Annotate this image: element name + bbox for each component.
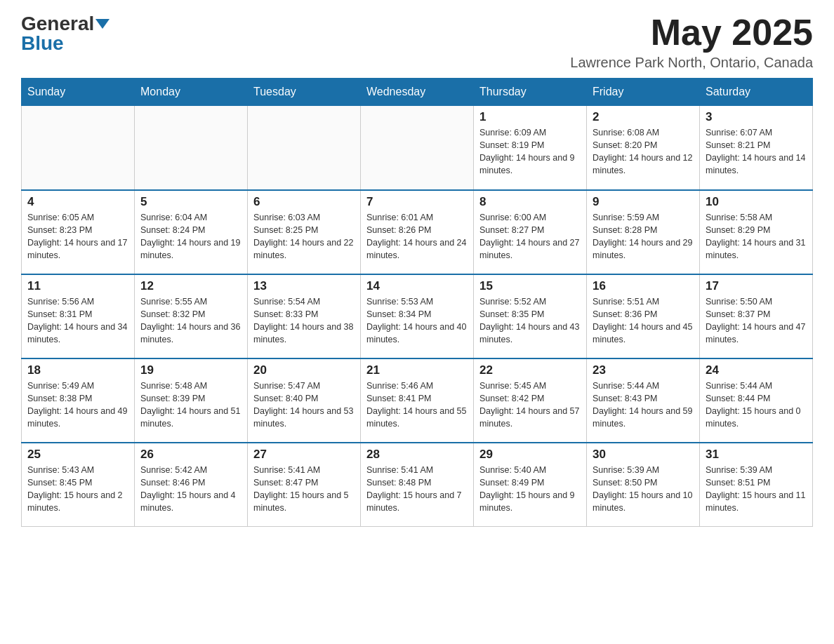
day-number: 11: [27, 279, 128, 293]
logo-general-text: General: [21, 14, 94, 34]
calendar-cell: 15Sunrise: 5:52 AMSunset: 8:35 PMDayligh…: [474, 274, 587, 358]
day-info: Sunrise: 5:47 AMSunset: 8:40 PMDaylight:…: [253, 380, 355, 431]
day-info: Sunrise: 6:08 AMSunset: 8:20 PMDaylight:…: [593, 126, 694, 177]
day-number: 8: [479, 195, 581, 209]
day-number: 6: [253, 195, 355, 209]
day-number: 22: [479, 363, 581, 377]
day-info: Sunrise: 5:53 AMSunset: 8:34 PMDaylight:…: [366, 295, 468, 347]
calendar-cell: 6Sunrise: 6:03 AMSunset: 8:25 PMDaylight…: [248, 190, 361, 274]
calendar-cell: 16Sunrise: 5:51 AMSunset: 8:36 PMDayligh…: [587, 274, 700, 358]
day-number: 25: [27, 448, 128, 462]
calendar-cell: 1Sunrise: 6:09 AMSunset: 8:19 PMDaylight…: [474, 106, 587, 190]
calendar-cell: 2Sunrise: 6:08 AMSunset: 8:20 PMDaylight…: [587, 106, 700, 190]
day-number: 14: [366, 279, 468, 293]
calendar-week-row-3: 11Sunrise: 5:56 AMSunset: 8:31 PMDayligh…: [22, 274, 813, 358]
day-info: Sunrise: 5:50 AMSunset: 8:37 PMDaylight:…: [706, 295, 807, 347]
day-info: Sunrise: 5:49 AMSunset: 8:38 PMDaylight:…: [27, 380, 128, 431]
day-info: Sunrise: 6:01 AMSunset: 8:26 PMDaylight:…: [366, 211, 468, 262]
day-info: Sunrise: 5:43 AMSunset: 8:45 PMDaylight:…: [27, 464, 128, 515]
calendar-cell: [248, 106, 361, 190]
day-number: 30: [593, 448, 694, 462]
day-info: Sunrise: 5:59 AMSunset: 8:28 PMDaylight:…: [593, 211, 694, 262]
logo: General Blue: [21, 14, 110, 53]
day-info: Sunrise: 5:56 AMSunset: 8:31 PMDaylight:…: [27, 295, 128, 347]
page-header: General Blue May 2025 Lawrence Park Nort…: [21, 14, 813, 71]
calendar-cell: [22, 106, 135, 190]
day-info: Sunrise: 5:41 AMSunset: 8:47 PMDaylight:…: [253, 464, 355, 515]
calendar-cell: 23Sunrise: 5:44 AMSunset: 8:43 PMDayligh…: [587, 358, 700, 443]
day-info: Sunrise: 5:40 AMSunset: 8:49 PMDaylight:…: [479, 464, 581, 515]
calendar-cell: 14Sunrise: 5:53 AMSunset: 8:34 PMDayligh…: [361, 274, 474, 358]
calendar-cell: [135, 106, 248, 190]
day-info: Sunrise: 5:42 AMSunset: 8:46 PMDaylight:…: [140, 464, 241, 515]
logo-blue-text: Blue: [21, 34, 64, 53]
day-info: Sunrise: 5:51 AMSunset: 8:36 PMDaylight:…: [593, 295, 694, 347]
day-number: 2: [593, 110, 694, 124]
day-number: 12: [140, 279, 241, 293]
day-number: 29: [479, 448, 581, 462]
calendar-cell: 3Sunrise: 6:07 AMSunset: 8:21 PMDaylight…: [700, 106, 813, 190]
day-number: 10: [706, 195, 807, 209]
day-info: Sunrise: 5:58 AMSunset: 8:29 PMDaylight:…: [706, 211, 807, 262]
calendar-table: SundayMondayTuesdayWednesdayThursdayFrid…: [21, 78, 813, 527]
day-number: 23: [593, 363, 694, 377]
day-info: Sunrise: 5:52 AMSunset: 8:35 PMDaylight:…: [479, 295, 581, 347]
day-number: 20: [253, 363, 355, 377]
calendar-cell: 22Sunrise: 5:45 AMSunset: 8:42 PMDayligh…: [474, 358, 587, 443]
calendar-header-monday: Monday: [135, 79, 248, 106]
day-number: 4: [27, 195, 128, 209]
day-info: Sunrise: 5:55 AMSunset: 8:32 PMDaylight:…: [140, 295, 241, 347]
day-number: 27: [253, 448, 355, 462]
day-number: 24: [706, 363, 807, 377]
calendar-header-sunday: Sunday: [22, 79, 135, 106]
day-number: 9: [593, 195, 694, 209]
day-info: Sunrise: 6:09 AMSunset: 8:19 PMDaylight:…: [479, 126, 581, 177]
day-info: Sunrise: 6:04 AMSunset: 8:24 PMDaylight:…: [140, 211, 241, 262]
month-title: May 2025: [570, 14, 813, 51]
calendar-header-friday: Friday: [587, 79, 700, 106]
day-number: 15: [479, 279, 581, 293]
calendar-cell: 29Sunrise: 5:40 AMSunset: 8:49 PMDayligh…: [474, 443, 587, 527]
day-number: 31: [706, 448, 807, 462]
calendar-cell: 17Sunrise: 5:50 AMSunset: 8:37 PMDayligh…: [700, 274, 813, 358]
day-number: 18: [27, 363, 128, 377]
calendar-cell: 28Sunrise: 5:41 AMSunset: 8:48 PMDayligh…: [361, 443, 474, 527]
day-info: Sunrise: 5:39 AMSunset: 8:51 PMDaylight:…: [706, 464, 807, 515]
calendar-cell: [361, 106, 474, 190]
day-info: Sunrise: 5:41 AMSunset: 8:48 PMDaylight:…: [366, 464, 468, 515]
day-info: Sunrise: 5:44 AMSunset: 8:44 PMDaylight:…: [706, 380, 807, 431]
calendar-week-row-5: 25Sunrise: 5:43 AMSunset: 8:45 PMDayligh…: [22, 443, 813, 527]
calendar-cell: 30Sunrise: 5:39 AMSunset: 8:50 PMDayligh…: [587, 443, 700, 527]
day-info: Sunrise: 6:05 AMSunset: 8:23 PMDaylight:…: [27, 211, 128, 262]
calendar-cell: 4Sunrise: 6:05 AMSunset: 8:23 PMDaylight…: [22, 190, 135, 274]
calendar-cell: 7Sunrise: 6:01 AMSunset: 8:26 PMDaylight…: [361, 190, 474, 274]
calendar-cell: 9Sunrise: 5:59 AMSunset: 8:28 PMDaylight…: [587, 190, 700, 274]
day-number: 28: [366, 448, 468, 462]
day-info: Sunrise: 5:44 AMSunset: 8:43 PMDaylight:…: [593, 380, 694, 431]
calendar-cell: 21Sunrise: 5:46 AMSunset: 8:41 PMDayligh…: [361, 358, 474, 443]
day-info: Sunrise: 6:00 AMSunset: 8:27 PMDaylight:…: [479, 211, 581, 262]
day-number: 16: [593, 279, 694, 293]
calendar-header-wednesday: Wednesday: [361, 79, 474, 106]
calendar-header-row: SundayMondayTuesdayWednesdayThursdayFrid…: [22, 79, 813, 106]
calendar-header-thursday: Thursday: [474, 79, 587, 106]
day-number: 7: [366, 195, 468, 209]
calendar-cell: 10Sunrise: 5:58 AMSunset: 8:29 PMDayligh…: [700, 190, 813, 274]
calendar-cell: 5Sunrise: 6:04 AMSunset: 8:24 PMDaylight…: [135, 190, 248, 274]
day-number: 19: [140, 363, 241, 377]
day-number: 26: [140, 448, 241, 462]
calendar-cell: 25Sunrise: 5:43 AMSunset: 8:45 PMDayligh…: [22, 443, 135, 527]
calendar-cell: 18Sunrise: 5:49 AMSunset: 8:38 PMDayligh…: [22, 358, 135, 443]
calendar-cell: 24Sunrise: 5:44 AMSunset: 8:44 PMDayligh…: [700, 358, 813, 443]
calendar-week-row-4: 18Sunrise: 5:49 AMSunset: 8:38 PMDayligh…: [22, 358, 813, 443]
calendar-cell: 20Sunrise: 5:47 AMSunset: 8:40 PMDayligh…: [248, 358, 361, 443]
calendar-week-row-2: 4Sunrise: 6:05 AMSunset: 8:23 PMDaylight…: [22, 190, 813, 274]
logo-triangle-icon: [95, 19, 110, 29]
calendar-cell: 11Sunrise: 5:56 AMSunset: 8:31 PMDayligh…: [22, 274, 135, 358]
calendar-cell: 13Sunrise: 5:54 AMSunset: 8:33 PMDayligh…: [248, 274, 361, 358]
day-info: Sunrise: 5:48 AMSunset: 8:39 PMDaylight:…: [140, 380, 241, 431]
calendar-cell: 26Sunrise: 5:42 AMSunset: 8:46 PMDayligh…: [135, 443, 248, 527]
calendar-cell: 12Sunrise: 5:55 AMSunset: 8:32 PMDayligh…: [135, 274, 248, 358]
day-number: 21: [366, 363, 468, 377]
day-number: 13: [253, 279, 355, 293]
